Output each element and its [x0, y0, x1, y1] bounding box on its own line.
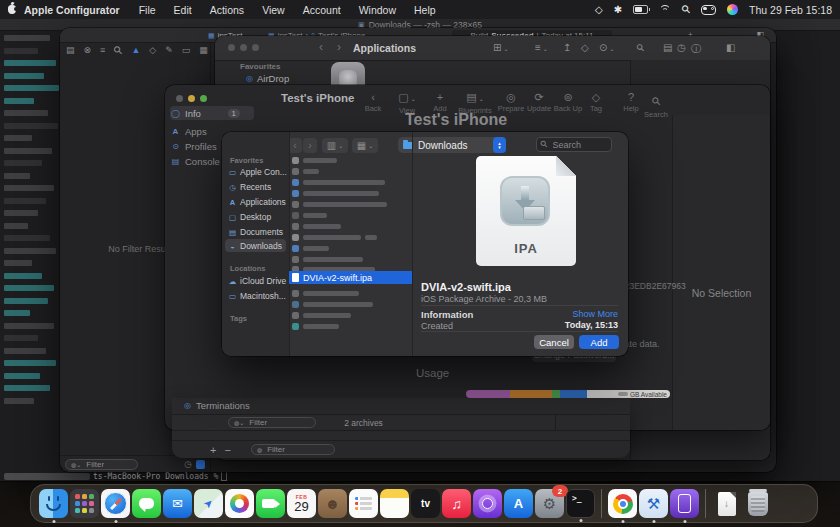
- menu-edit[interactable]: Edit: [174, 4, 192, 16]
- sidebar-item-recents[interactable]: ◷Recents: [228, 182, 271, 192]
- file-row-redacted[interactable]: [292, 299, 373, 309]
- report-navigator-icon[interactable]: ▦: [199, 45, 208, 56]
- dock-xcode-icon[interactable]: ⚒: [639, 489, 668, 518]
- breakpoint-navigator-icon[interactable]: ▭: [182, 45, 191, 56]
- sidebar-item-airdrop[interactable]: ◎ AirDrop: [246, 73, 289, 84]
- recent-icon[interactable]: ◷: [184, 459, 192, 469]
- menu-bar-clock[interactable]: Thu 29 Feb 15:18: [749, 4, 832, 16]
- sidebar-item-info[interactable]: ◯ Info 1: [171, 108, 240, 119]
- list-view-icon[interactable]: ≡⌄: [535, 42, 548, 53]
- remove-button[interactable]: −: [224, 444, 230, 456]
- dock-appletv-icon[interactable]: tv: [411, 489, 440, 518]
- menu-view[interactable]: View: [262, 4, 285, 16]
- share-icon[interactable]: ↥: [563, 42, 571, 53]
- close-button[interactable]: [176, 95, 183, 102]
- dock-configurator-icon[interactable]: [670, 489, 699, 518]
- filter-input[interactable]: [84, 459, 132, 470]
- sidebar-item-terminations[interactable]: ◎ Terminations: [184, 400, 250, 411]
- project-navigator-icon[interactable]: ▤: [66, 45, 75, 56]
- search-icon[interactable]: ⚲: [635, 42, 647, 54]
- battery-icon[interactable]: [633, 5, 648, 14]
- dock-mail-icon[interactable]: ✉: [163, 489, 192, 518]
- filter-input[interactable]: [265, 444, 313, 455]
- file-row-redacted[interactable]: [292, 210, 327, 220]
- issue-navigator-icon[interactable]: ▲: [131, 45, 140, 56]
- document-icon[interactable]: ▤: [663, 42, 672, 53]
- status-swirl-icon[interactable]: ✱: [614, 4, 622, 15]
- file-row-redacted[interactable]: [292, 177, 385, 187]
- dock-terminal-icon[interactable]: >_: [566, 489, 595, 518]
- file-row-redacted[interactable]: [292, 254, 363, 264]
- toolbar-tag-button[interactable]: ◇Tag: [579, 91, 613, 113]
- dock-launchpad-icon[interactable]: [70, 489, 99, 518]
- dock-reminders-icon[interactable]: [349, 489, 378, 518]
- add-button[interactable]: +: [210, 444, 216, 456]
- find-navigator-icon[interactable]: ⚲: [112, 44, 125, 57]
- show-only-errors-icon[interactable]: [196, 460, 205, 469]
- dock-contacts-icon[interactable]: ☻: [318, 489, 347, 518]
- file-row-redacted[interactable]: [292, 243, 329, 253]
- more-options-icon[interactable]: ⊙⌄: [599, 42, 614, 53]
- toolbar-back-button[interactable]: ‹Back: [356, 91, 390, 113]
- file-row-redacted[interactable]: [292, 155, 337, 165]
- dock-chrome-icon[interactable]: [608, 489, 637, 518]
- source-control-icon[interactable]: ⊗: [84, 45, 92, 56]
- back-button[interactable]: ‹: [319, 40, 323, 54]
- sidebar-item-applications[interactable]: AApplications: [228, 197, 286, 207]
- sidebar-item-desktop[interactable]: ▢Desktop: [228, 212, 271, 222]
- file-row-redacted[interactable]: [292, 321, 339, 331]
- control-center-icon[interactable]: [701, 5, 716, 15]
- debug-navigator-icon[interactable]: ✎: [165, 45, 173, 56]
- navigator-filter-field[interactable]: ◍⌄: [65, 459, 138, 470]
- window-controls[interactable]: [176, 95, 207, 102]
- sidebar-item-downloads[interactable]: ◒Downloads: [228, 241, 282, 251]
- status-diamond-icon[interactable]: ◇: [595, 4, 603, 15]
- apple-menu-icon[interactable]: [8, 5, 16, 14]
- close-button[interactable]: [228, 44, 235, 51]
- dock-finder-icon[interactable]: [39, 489, 68, 518]
- dock-downloads-icon[interactable]: ↓: [712, 489, 741, 518]
- sidebar-item-apple-configurator[interactable]: ▭Apple Con...: [228, 167, 287, 177]
- forward-button[interactable]: ›: [337, 40, 341, 54]
- terminal-prompt[interactable]: ts-MacBook-Pro Downloads %: [4, 471, 227, 481]
- minimize-button[interactable]: [240, 44, 247, 51]
- sidebar-item-icloud[interactable]: ☁iCloud Drive: [228, 276, 286, 286]
- wifi-icon[interactable]: [659, 5, 671, 14]
- dock-photos-icon[interactable]: [225, 489, 254, 518]
- sidebar-item-profiles[interactable]: ⊙ Profiles: [171, 141, 217, 152]
- icon-view-icon[interactable]: ⊞⌄: [493, 42, 508, 53]
- cancel-button[interactable]: Cancel: [534, 335, 574, 349]
- toolbar-add-button[interactable]: +Add: [423, 91, 457, 113]
- tag-icon[interactable]: ◇: [581, 42, 589, 53]
- sidebar-item-console[interactable]: ▤ Console: [171, 156, 220, 167]
- info-icon[interactable]: ⓘ: [691, 42, 701, 56]
- sidebar-toggle-icon[interactable]: ◧: [726, 42, 735, 53]
- file-row-redacted[interactable]: [292, 166, 319, 176]
- file-row-redacted[interactable]: [292, 310, 351, 320]
- app-menu-title[interactable]: Apple Configurator: [24, 4, 120, 16]
- history-icon[interactable]: ◷: [677, 42, 686, 53]
- zoom-button[interactable]: [200, 95, 207, 102]
- sidebar-item-macintosh-hd[interactable]: ▭Macintosh...: [228, 291, 286, 301]
- dock-facetime-icon[interactable]: [256, 489, 285, 518]
- menu-actions[interactable]: Actions: [210, 4, 244, 16]
- sidebar-item-apps[interactable]: A Apps: [171, 126, 207, 137]
- menu-window[interactable]: Window: [359, 4, 396, 16]
- spotlight-icon[interactable]: ⚲: [679, 3, 692, 16]
- menu-file[interactable]: File: [139, 4, 156, 16]
- dock-calendar-icon[interactable]: FEB 29: [287, 489, 316, 518]
- dock-messages-icon[interactable]: [132, 489, 161, 518]
- dock-safari-icon[interactable]: [101, 489, 130, 518]
- dock-podcasts-icon[interactable]: [473, 489, 502, 518]
- file-row-selected[interactable]: DVIA-v2-swift.ipa: [289, 271, 412, 284]
- bottom-filter-field[interactable]: ◍: [251, 444, 335, 455]
- minimize-button[interactable]: [188, 95, 195, 102]
- dock-appstore-icon[interactable]: A: [504, 489, 533, 518]
- test-navigator-icon[interactable]: ◇: [149, 45, 156, 56]
- add-button[interactable]: Add: [579, 335, 619, 349]
- menu-help[interactable]: Help: [414, 4, 436, 16]
- dock-maps-icon[interactable]: ➤: [194, 489, 223, 518]
- zoom-button[interactable]: [252, 44, 259, 51]
- file-row-redacted[interactable]: [292, 232, 377, 242]
- file-row-redacted[interactable]: [292, 188, 379, 198]
